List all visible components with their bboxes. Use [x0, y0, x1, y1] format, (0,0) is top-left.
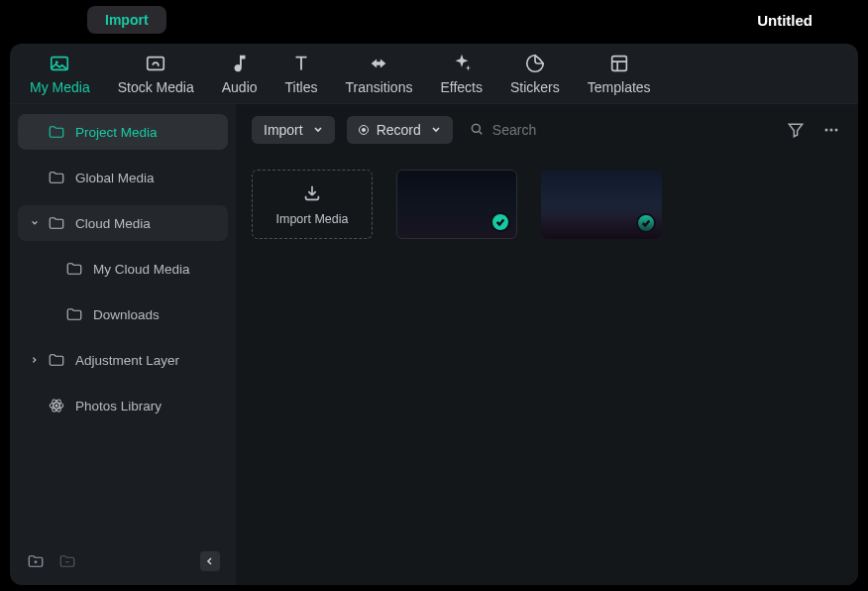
delete-folder-button[interactable] [57, 551, 77, 571]
record-dropdown-button[interactable]: Record [347, 116, 453, 144]
sidebar-item-cloud-media[interactable]: Cloud Media [18, 205, 228, 241]
chevron-down-icon [313, 122, 323, 138]
import-dropdown-button[interactable]: Import [252, 116, 335, 144]
search-icon [469, 121, 485, 140]
sidebar-item-label: Global Media [75, 171, 155, 185]
folder-icon [48, 123, 65, 141]
more-options-button[interactable] [820, 119, 842, 141]
button-label: Record [377, 122, 421, 138]
collapse-sidebar-button[interactable] [200, 551, 220, 571]
media-grid: Import Media [236, 156, 858, 253]
svg-rect-3 [611, 57, 626, 71]
svg-point-4 [55, 405, 58, 408]
import-pill-button[interactable]: Import [87, 6, 166, 34]
chevron-down-icon [431, 122, 441, 138]
layout-icon [607, 52, 631, 75]
media-toolbar: Import Record [236, 104, 858, 156]
tab-label: Stock Media [118, 79, 194, 95]
folder-icon [48, 351, 65, 369]
svg-point-9 [825, 129, 828, 132]
sidebar-item-adjustment-layer[interactable]: Adjustment Layer [18, 342, 228, 378]
tab-transitions[interactable]: Transitions [345, 52, 412, 95]
chevron-down-icon [30, 219, 40, 227]
sticker-icon [523, 52, 547, 75]
media-thumbnail[interactable] [396, 170, 517, 239]
filter-button[interactable] [785, 119, 807, 141]
tab-my-media[interactable]: My Media [30, 52, 90, 95]
project-title: Untitled [757, 12, 813, 29]
transitions-icon [367, 52, 390, 75]
category-tabs: My Media Stock Media Audio Titles Transi… [10, 44, 858, 104]
svg-point-8 [472, 124, 480, 132]
tab-stock-media[interactable]: Stock Media [118, 52, 194, 95]
tab-titles[interactable]: Titles [285, 52, 318, 95]
tab-label: Audio [222, 79, 258, 95]
media-panel: My Media Stock Media Audio Titles Transi… [10, 44, 858, 585]
folder-icon [48, 169, 65, 186]
sidebar-item-label: Photos Library [75, 399, 162, 414]
text-icon [289, 52, 313, 75]
media-sidebar: Project Media Global Media Cloud Media M… [10, 104, 236, 585]
music-note-icon [228, 52, 252, 75]
selected-check-icon [490, 212, 510, 232]
tab-label: Stickers [510, 79, 560, 95]
sidebar-item-label: Downloads [93, 307, 160, 322]
selected-check-icon [636, 213, 656, 233]
sidebar-item-photos-library[interactable]: Photos Library [18, 388, 228, 423]
chevron-right-icon [30, 356, 40, 364]
tab-label: My Media [30, 79, 90, 95]
tab-templates[interactable]: Templates [588, 52, 651, 95]
cloud-media-icon [144, 52, 167, 75]
sidebar-item-label: Project Media [75, 125, 158, 140]
folder-icon [65, 305, 83, 323]
search-field[interactable] [465, 121, 631, 140]
sidebar-item-my-cloud-media[interactable]: My Cloud Media [18, 251, 228, 287]
import-media-tile[interactable]: Import Media [252, 170, 373, 239]
sidebar-item-label: My Cloud Media [93, 262, 190, 277]
media-thumbnail[interactable] [541, 170, 662, 239]
tab-stickers[interactable]: Stickers [510, 52, 560, 95]
sidebar-item-label: Cloud Media [75, 216, 151, 231]
content-area: Project Media Global Media Cloud Media M… [10, 104, 858, 585]
download-icon [301, 182, 323, 204]
image-icon [48, 52, 71, 75]
tab-audio[interactable]: Audio [222, 52, 258, 95]
title-bar: Import Untitled [0, 0, 868, 40]
button-label: Import [264, 122, 303, 138]
sidebar-item-project-media[interactable]: Project Media [18, 114, 228, 150]
sidebar-footer [18, 545, 228, 577]
new-folder-button[interactable] [26, 551, 46, 571]
sidebar-item-global-media[interactable]: Global Media [18, 160, 228, 195]
tab-effects[interactable]: Effects [440, 52, 483, 95]
tab-label: Titles [285, 79, 318, 95]
tab-label: Templates [588, 79, 651, 95]
media-main: Import Record [236, 104, 858, 585]
atom-icon [48, 397, 65, 414]
folder-icon [48, 214, 65, 232]
tile-label: Import Media [276, 212, 349, 226]
sidebar-item-downloads[interactable]: Downloads [18, 296, 228, 332]
sparkle-icon [450, 52, 474, 75]
tab-label: Transitions [345, 79, 412, 95]
record-icon [359, 125, 369, 135]
tab-label: Effects [440, 79, 483, 95]
svg-rect-2 [148, 58, 164, 70]
folder-icon [65, 260, 83, 278]
sidebar-item-label: Adjustment Layer [75, 353, 179, 368]
search-input[interactable] [492, 122, 631, 138]
svg-point-11 [835, 129, 838, 132]
svg-point-10 [830, 129, 833, 132]
